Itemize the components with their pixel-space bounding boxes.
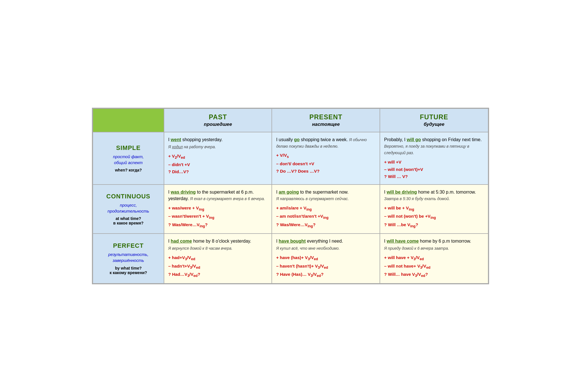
simple-en: SIMPLE [98,144,159,152]
perfect-en: PERFECT [98,242,159,249]
header-label-cell [93,109,164,132]
past-en-label: PAST [169,113,267,121]
simple-present-cell: I usually go shopping twice a week. Я об… [272,132,380,185]
continuous-en: CONTINUOUS [98,193,159,200]
perfect-ru: результативность,завершённость [98,252,159,263]
continuous-ru: процесс,продолжительность [98,202,159,214]
future-ru-label: будущее [385,122,483,127]
header-future: FUTURE будущее [380,109,488,132]
header-past: PAST прошедшее [164,109,272,132]
perfect-when: by what time?к какому времени? [98,266,159,275]
header-present: PRESENT настоящее [272,109,380,132]
simple-when: when? когда? [98,168,159,172]
present-ru-label: настоящее [277,122,375,127]
simple-ru: простой факт,общий аспект [98,154,159,166]
simple-label-cell: SIMPLE простой факт,общий аспект when? к… [93,132,164,185]
future-en-label: FUTURE [385,113,483,121]
perfect-present-cell: I have bought everything I need. Я купил… [272,234,380,283]
simple-past-cell: I went shopping yesterday. Я ходил на ра… [164,132,272,185]
continuous-past-cell: I was driving to the supermarket at 6 p.… [164,185,272,234]
perfect-future-cell: I will have come home by 6 p.m tomorrow.… [380,234,488,283]
continuous-when: at what time?в какое время? [98,216,159,225]
continuous-future-cell: I will be driving home at 5:30 p.m. tomo… [380,185,488,234]
perfect-label-cell: PERFECT результативность,завершённость b… [93,234,164,283]
continuous-label-cell: CONTINUOUS процесс,продолжительность at … [93,185,164,234]
present-en-label: PRESENT [277,113,375,121]
perfect-past-cell: I had come home by 8 o'clock yesterday. … [164,234,272,283]
simple-future-cell: Probably, I will go shopping on Friday n… [380,132,488,185]
continuous-present-cell: I am going to the supermarket now.Я напр… [272,185,380,234]
past-ru-label: прошедшее [169,122,267,127]
